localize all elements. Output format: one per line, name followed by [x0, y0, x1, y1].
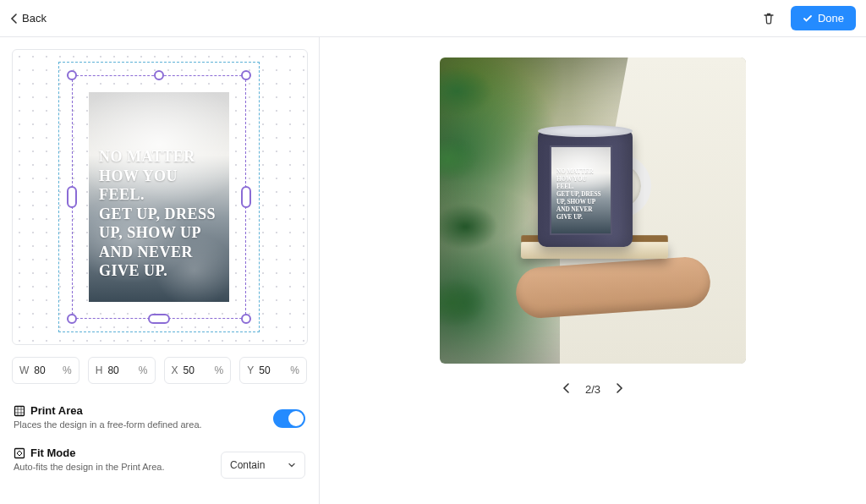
print-area-title: Print Area — [30, 404, 83, 417]
svg-rect-1 — [15, 448, 25, 457]
done-label: Done — [818, 12, 844, 25]
pager-label: 2/3 — [585, 383, 600, 396]
design-canvas[interactable]: NO MATTER HOW YOU FEEL. GET UP, DRESS UP… — [12, 49, 308, 345]
print-area-icon — [14, 405, 25, 417]
trash-icon — [762, 12, 776, 25]
mug-artwork-text: NO MATTER HOW YOU FEEL. GET UP, DRESS UP… — [556, 168, 601, 221]
pager-prev[interactable] — [558, 379, 575, 400]
mug: NO MATTER HOW YOU FEEL. GET UP, DRESS UP… — [538, 130, 648, 249]
fit-mode-icon — [14, 447, 25, 459]
main: NO MATTER HOW YOU FEEL. GET UP, DRESS UP… — [0, 37, 866, 504]
fit-mode-value: Contain — [230, 459, 265, 471]
check-icon — [803, 14, 813, 24]
print-area-section: Print Area Places the design in a free-f… — [12, 396, 307, 438]
mug-rim — [538, 125, 633, 137]
topbar: Back Done — [0, 0, 866, 37]
topbar-right: Done — [755, 5, 856, 32]
resize-handle-se[interactable] — [241, 314, 251, 324]
done-button[interactable]: Done — [791, 6, 856, 30]
resize-handle-n[interactable] — [154, 70, 164, 80]
left-panel: NO MATTER HOW YOU FEEL. GET UP, DRESS UP… — [0, 37, 320, 504]
print-area-desc: Places the design in a free-form defined… — [14, 419, 263, 430]
resize-handle-s[interactable] — [148, 314, 170, 324]
pager-next[interactable] — [611, 379, 628, 400]
resize-handle-e[interactable] — [241, 186, 251, 208]
y-field[interactable]: Y 50 % — [239, 357, 307, 384]
back-label: Back — [22, 12, 47, 25]
resize-handle-sw[interactable] — [67, 314, 77, 324]
x-label: X — [172, 364, 178, 376]
x-field[interactable]: X 50 % — [164, 357, 232, 384]
x-unit: % — [215, 364, 224, 376]
resize-handle-w[interactable] — [67, 186, 77, 208]
right-panel: NO MATTER HOW YOU FEEL. GET UP, DRESS UP… — [320, 37, 866, 504]
fit-mode-section: Fit Mode Auto-fits the design in the Pri… — [12, 438, 307, 487]
y-value: 50 — [259, 364, 285, 376]
resize-handle-ne[interactable] — [241, 70, 251, 80]
preview-pager: 2/3 — [558, 379, 628, 400]
fit-mode-title: Fit Mode — [30, 446, 75, 459]
artwork-text: NO MATTER HOW YOU FEEL. GET UP, DRESS UP… — [99, 147, 219, 281]
mug-body: NO MATTER HOW YOU FEEL. GET UP, DRESS UP… — [538, 130, 633, 247]
height-label: H — [96, 364, 103, 376]
width-value: 80 — [34, 364, 58, 376]
chevron-left-icon — [10, 14, 19, 24]
height-unit: % — [139, 364, 148, 376]
delete-button[interactable] — [755, 5, 782, 32]
x-value: 50 — [184, 364, 210, 376]
chevron-down-icon — [288, 461, 296, 469]
width-field[interactable]: W 80 % — [12, 357, 79, 384]
resize-handle-nw[interactable] — [67, 70, 77, 80]
height-value: 80 — [107, 364, 133, 376]
mockup-preview: NO MATTER HOW YOU FEEL. GET UP, DRESS UP… — [440, 58, 746, 364]
print-area-title-row: Print Area — [14, 404, 263, 417]
y-unit: % — [290, 364, 299, 376]
width-unit: % — [63, 364, 72, 376]
dimensions-row: W 80 % H 80 % X 50 % Y 50 % — [12, 357, 307, 384]
y-label: Y — [247, 364, 254, 376]
width-label: W — [19, 364, 29, 376]
fit-mode-select[interactable]: Contain — [221, 452, 305, 479]
mug-artwork: NO MATTER HOW YOU FEEL. GET UP, DRESS UP… — [550, 145, 612, 235]
fit-mode-title-row: Fit Mode — [14, 446, 211, 459]
height-field[interactable]: H 80 % — [88, 357, 156, 384]
back-button[interactable]: Back — [10, 12, 47, 25]
print-area-toggle[interactable] — [273, 409, 305, 428]
svg-rect-0 — [15, 406, 25, 415]
fit-mode-desc: Auto-fits the design in the Print Area. — [14, 462, 211, 472]
